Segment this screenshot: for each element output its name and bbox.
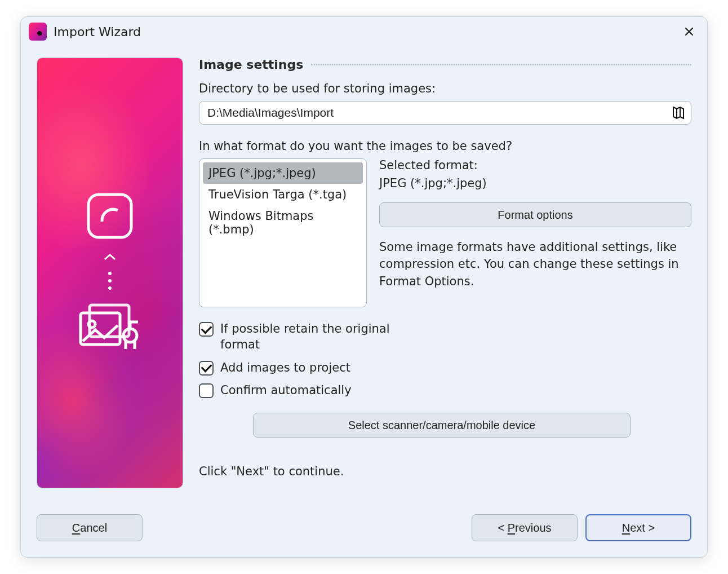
svg-point-2	[108, 279, 112, 282]
format-option-jpeg[interactable]: JPEG (*.jpg;*.jpeg)	[203, 162, 363, 184]
previous-button[interactable]: < Previous	[472, 514, 578, 541]
wizard-footer: Cancel < Previous Next >	[21, 502, 707, 557]
directory-input[interactable]	[199, 101, 666, 124]
select-device-button[interactable]: Select scanner/camera/mobile device	[253, 413, 631, 438]
app-icon	[29, 23, 47, 41]
browse-directory-button[interactable]	[666, 101, 691, 124]
cancel-rest: ancel	[80, 522, 107, 534]
format-row: JPEG (*.jpg;*.jpeg) TrueVision Targa (*.…	[199, 158, 691, 307]
select-device-row: Select scanner/camera/mobile device	[199, 413, 691, 438]
format-option-tga[interactable]: TrueVision Targa (*.tga)	[203, 184, 363, 205]
previous-rest: revious	[515, 522, 551, 534]
checkbox-group: If possible retain the original format A…	[199, 321, 691, 398]
folder-map-icon	[671, 105, 686, 120]
svg-point-3	[108, 286, 112, 290]
confirm-auto-row: Confirm automatically	[199, 382, 691, 398]
svg-point-1	[108, 272, 112, 275]
add-to-project-row: Add images to project	[199, 360, 691, 376]
previous-prefix: <	[498, 522, 507, 534]
dots-vertical-icon	[108, 271, 112, 290]
sidebar-icons	[37, 58, 183, 488]
wizard-sidebar-image	[37, 58, 183, 488]
format-details: Selected format: JPEG (*.jpg;*.jpeg) For…	[379, 158, 691, 307]
close-button[interactable]	[681, 24, 697, 39]
section-divider	[311, 64, 691, 65]
chevron-up-icon	[103, 253, 117, 261]
section-title: Image settings	[199, 58, 303, 72]
close-icon	[684, 27, 694, 37]
titlebar: Import Wizard	[21, 17, 707, 46]
window-title: Import Wizard	[54, 25, 681, 39]
format-option-bmp[interactable]: Windows Bitmaps (*.bmp)	[203, 205, 363, 240]
camera-lens-icon	[83, 189, 137, 243]
retain-original-row: If possible retain the original format	[199, 321, 691, 353]
section-header: Image settings	[199, 58, 691, 72]
directory-label: Directory to be used for storing images:	[199, 82, 691, 95]
svg-rect-0	[88, 195, 131, 237]
confirm-auto-label: Confirm automatically	[220, 382, 352, 398]
add-to-project-checkbox[interactable]	[199, 361, 214, 376]
format-options-button[interactable]: Format options	[379, 202, 691, 227]
format-question: In what format do you want the images to…	[199, 139, 691, 153]
import-wizard-window: Import Wizard	[20, 16, 708, 558]
selected-format-label: Selected format:	[379, 158, 691, 172]
add-to-project-label: Add images to project	[220, 360, 350, 376]
media-library-icon	[76, 301, 144, 357]
previous-mnemonic: P	[508, 522, 515, 534]
retain-original-label: If possible retain the original format	[220, 321, 401, 353]
cancel-button[interactable]: Cancel	[37, 514, 143, 541]
continue-hint: Click "Next" to continue.	[199, 465, 691, 478]
next-suffix: >	[645, 522, 655, 534]
retain-original-checkbox[interactable]	[199, 322, 214, 337]
format-help-text: Some image formats have additional setti…	[379, 239, 691, 290]
confirm-auto-checkbox[interactable]	[199, 383, 214, 398]
dialog-body: Image settings Directory to be used for …	[21, 46, 707, 502]
next-rest: ext	[630, 522, 645, 534]
selected-format-value: JPEG (*.jpg;*.jpeg)	[379, 176, 691, 190]
format-listbox[interactable]: JPEG (*.jpg;*.jpeg) TrueVision Targa (*.…	[199, 158, 367, 307]
next-mnemonic: N	[622, 522, 630, 534]
main-panel: Image settings Directory to be used for …	[199, 58, 691, 502]
next-button[interactable]: Next >	[585, 514, 691, 541]
directory-field	[199, 101, 691, 125]
cancel-mnemonic: C	[72, 522, 80, 534]
